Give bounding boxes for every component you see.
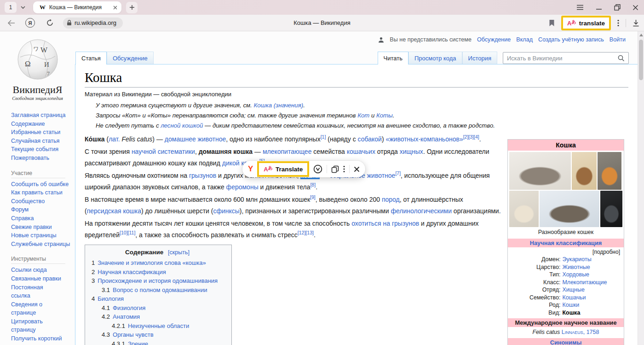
reference-link[interactable]: [10][11]: [120, 230, 135, 235]
close-window-button[interactable]: [632, 5, 638, 11]
toc-link[interactable]: Вопрос о полном одомашнивании: [113, 287, 207, 293]
back-button-icon[interactable]: [7, 20, 15, 26]
bookmark-icon[interactable]: [549, 19, 555, 27]
cat-photo-cream[interactable]: [509, 191, 539, 227]
sidebar-link[interactable]: Справка: [11, 214, 75, 223]
wiki-link[interactable]: Кошка (значения): [253, 102, 303, 109]
tab-article[interactable]: Статья: [75, 52, 107, 64]
tab-read[interactable]: Читать: [378, 52, 408, 64]
tabs-dropdown-chevron-icon[interactable]: [20, 6, 26, 9]
browser-menu-icon[interactable]: [576, 5, 584, 10]
more-options-kebab-icon[interactable]: [617, 19, 619, 27]
search-icon[interactable]: [618, 55, 625, 62]
toc-link[interactable]: Органы чувств: [113, 331, 154, 338]
toc-link[interactable]: Неизученные области: [128, 322, 189, 329]
wiki-link[interactable]: Linnaeus: [562, 329, 583, 335]
copy-icon[interactable]: [331, 165, 339, 173]
toc-item[interactable]: 4.1Физиология: [92, 304, 223, 313]
yandex-search-icon[interactable]: Y: [248, 164, 253, 174]
sidebar-link[interactable]: Пожертвовать: [11, 154, 75, 163]
wiki-link[interactable]: научной систематики: [132, 148, 195, 155]
personal-link[interactable]: Вклад: [516, 36, 533, 43]
tab-count-button[interactable]: 1: [5, 2, 17, 13]
toc-item[interactable]: 4.2Анатомия: [92, 312, 223, 322]
wiki-link[interactable]: лесной кошкой: [161, 122, 203, 129]
reference-link[interactable]: [8]: [310, 182, 316, 187]
wiki-link[interactable]: кошачьих: [347, 148, 375, 155]
reference-link[interactable]: [1]: [321, 134, 326, 140]
toc-item[interactable]: 4.3Органы чувств: [92, 330, 223, 339]
popup-kebab-icon[interactable]: [343, 165, 345, 173]
toc-item[interactable]: 1Значение и этимология слова «кошка»: [92, 258, 223, 268]
wiki-link[interactable]: фелинологическими: [391, 207, 452, 215]
cat-photo-dark-gray[interactable]: [600, 191, 622, 227]
cat-photo-tabby-lying[interactable]: [509, 152, 571, 190]
reference-link[interactable]: [9]: [310, 194, 316, 200]
taxonomy-value[interactable]: Хищные: [562, 286, 584, 294]
sidebar-link[interactable]: Сообщить об ошибке: [11, 180, 75, 189]
translate-selection-button[interactable]: Aあ Translate: [257, 161, 309, 177]
taxonomy-value[interactable]: Хордовые: [562, 271, 589, 279]
toc-link[interactable]: Значение и этимология слова «кошка»: [98, 259, 206, 266]
wikipedia-logo[interactable]: Ω W И ワ 7 ВикипедиЯ Свободная энциклопед…: [0, 38, 75, 101]
wiki-link[interactable]: лат.: [109, 135, 120, 143]
sidebar-link[interactable]: Текущие события: [11, 145, 75, 154]
restore-button[interactable]: [614, 4, 621, 11]
reload-button-icon[interactable]: [46, 19, 54, 27]
taxonomy-value[interactable]: Эукариоты: [562, 256, 591, 263]
toc-item[interactable]: 4Биология: [92, 294, 223, 304]
toc-link[interactable]: Научная классификация: [98, 269, 166, 275]
search-input[interactable]: [503, 55, 618, 62]
sidebar-link[interactable]: Сведения о странице: [11, 300, 63, 317]
sidebar-link[interactable]: Служебные страницы: [11, 240, 75, 249]
new-tab-button[interactable]: [126, 2, 138, 13]
personal-link[interactable]: Войти: [610, 36, 626, 43]
downloads-icon[interactable]: [632, 19, 639, 27]
translate-page-button[interactable]: Aあ translate: [561, 16, 611, 30]
toc-link[interactable]: Происхождение и история одомашнивания: [98, 277, 218, 284]
taxonomy-value[interactable]: Млекопитающие: [562, 279, 607, 287]
sidebar-link[interactable]: Ссылки сюда: [11, 266, 63, 275]
taxonomy-value[interactable]: Кошка: [562, 309, 580, 317]
alice-voice-icon[interactable]: [313, 164, 322, 174]
personal-link[interactable]: Обсуждение: [477, 36, 511, 43]
toc-item[interactable]: 4.2.1Неизученные области: [92, 322, 223, 331]
classification-header[interactable]: Научная классификация: [508, 239, 624, 247]
sidebar-link[interactable]: Содержание: [11, 120, 75, 129]
toc-item[interactable]: 3Происхождение и история одомашнивания: [92, 276, 223, 286]
toc-item[interactable]: 4.3.1Зрение: [92, 339, 223, 345]
toc-item[interactable]: 3.1Вопрос о полном одомашнивании: [92, 286, 223, 295]
sidebar-link[interactable]: Заглавная страница: [11, 111, 75, 120]
wiki-link[interactable]: феромоны: [226, 183, 259, 191]
cat-photo-snow-tabby[interactable]: [540, 191, 599, 227]
taxonomy-value[interactable]: Животные: [562, 263, 590, 271]
wiki-link[interactable]: хищных: [400, 148, 423, 155]
tab-close-icon[interactable]: [113, 5, 118, 10]
tab-view-source[interactable]: Просмотр кода: [408, 52, 462, 64]
taxonomy-value[interactable]: Кошки: [562, 301, 579, 309]
reference-link[interactable]: [2][3][4]: [463, 134, 479, 140]
sidebar-link[interactable]: Новые страницы: [11, 231, 75, 240]
scrollbar-thumb[interactable]: [639, 40, 643, 80]
wiki-link[interactable]: охотиться на грызунов: [351, 220, 419, 227]
tab-history[interactable]: История: [462, 52, 497, 64]
wiki-link[interactable]: «животных-компаньонов»: [385, 135, 463, 143]
tab-talk[interactable]: Обсуждение: [107, 52, 154, 64]
sidebar-link[interactable]: Получить короткий URL: [11, 334, 63, 345]
wiki-link[interactable]: домашнее животное: [165, 135, 226, 143]
minimize-button[interactable]: [596, 5, 602, 10]
sidebar-link[interactable]: Связанные правки: [11, 275, 63, 283]
reference-link[interactable]: [7]: [395, 170, 401, 176]
toc-link[interactable]: Физиология: [113, 304, 145, 311]
wiki-link[interactable]: персидская кошка: [87, 207, 141, 215]
toc-link[interactable]: Биология: [98, 295, 124, 302]
classification-detail-link[interactable]: [подробно]: [508, 247, 624, 256]
sidebar-link[interactable]: Сообщество: [11, 197, 75, 206]
wiki-link[interactable]: Кот: [357, 112, 369, 119]
sidebar-link[interactable]: Как править статьи: [11, 188, 75, 197]
wiki-link[interactable]: пород: [382, 196, 400, 203]
wiki-link[interactable]: собакой: [358, 135, 382, 143]
cat-photo-abyssinian[interactable]: [572, 152, 597, 190]
synonyms-header[interactable]: Синонимы: [508, 338, 624, 345]
sidebar-link[interactable]: Случайная статья: [11, 137, 75, 146]
